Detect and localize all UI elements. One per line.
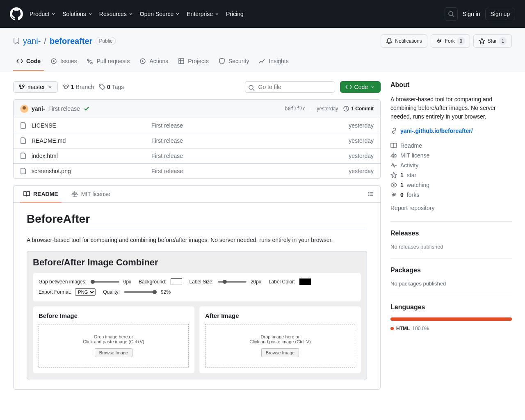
sidebar-forks-link[interactable]: 0 forks [390,190,512,200]
readme-outline-button[interactable] [364,187,377,201]
shot-quality-slider [124,291,157,293]
tab-issues[interactable]: Issues [47,55,80,71]
language-item[interactable]: HTML 100.0% [390,326,512,331]
file-commit-link[interactable]: First release [151,137,183,144]
readme-tab-license[interactable]: MIT license [68,186,114,202]
file-commit-link[interactable]: First release [151,122,183,129]
file-date: yesterday [349,153,374,159]
file-name-link[interactable]: screenshot.png [32,168,71,174]
shot-labelsize-label: Label Size: [189,279,214,285]
about-description: A browser-based tool for comparing and c… [390,95,512,121]
packages-heading[interactable]: Packages [390,267,512,274]
fork-button[interactable]: Fork0 [431,34,470,48]
sidebar-watching-link[interactable]: 1 watching [390,180,512,190]
header-nav-label: Resources [99,11,127,17]
file-icon [20,137,27,144]
sign-up-link[interactable]: Sign up [485,8,515,20]
sidebar-activity-link[interactable]: Activity [390,160,512,170]
sidebar-readme-link[interactable]: Readme [390,141,512,151]
file-commit-link[interactable]: First release [151,168,183,174]
notifications-button[interactable]: Notifications [381,34,427,48]
code-icon [345,84,352,90]
homepage-link[interactable]: yani-.github.io/beforeafter/ [400,128,473,134]
shot-export-label: Export Format: [39,289,71,295]
file-name-link[interactable]: index.html [32,153,58,159]
commits-count-text: 1 Commit [351,106,374,112]
sidebar-forks-text: forks [407,192,419,198]
github-logo[interactable] [10,7,23,21]
star-button[interactable]: Star1 [473,34,512,48]
file-commit-link[interactable]: First release [151,153,183,159]
shot-quality-value: 92% [161,289,171,295]
code-dropdown-button[interactable]: Code [340,81,381,93]
play-icon [139,58,146,64]
file-date: yesterday [349,168,374,174]
commits-count-link[interactable]: 1 Commit [343,105,374,112]
history-icon [343,105,349,112]
sidebar-stars-link[interactable]: 1 star [390,170,512,180]
releases-heading[interactable]: Releases [390,230,512,237]
star-icon [390,172,397,178]
commit-date-link[interactable]: yesterday [317,106,338,112]
law-icon [390,152,397,159]
file-name-link[interactable]: README.md [32,137,66,144]
sidebar-report-link[interactable]: Report repository [390,203,512,213]
header-nav-item[interactable]: Enterprise [187,11,219,17]
chevron-down-icon [175,11,180,16]
tab-issues-label: Issues [60,58,77,64]
chevron-down-icon [128,11,133,16]
tab-actions[interactable]: Actions [136,55,171,71]
author-avatar[interactable] [20,105,28,113]
repo-name-link[interactable]: beforeafter [50,37,92,46]
header-nav-item[interactable]: Product [30,11,56,17]
readme-tab-label: README [33,191,58,197]
commit-sep: · [310,106,312,112]
star-count: 1 [499,37,507,45]
tab-insights[interactable]: Insights [256,55,292,71]
file-row: index.htmlFirst releaseyesterday [14,148,380,163]
commit-hash-link[interactable]: b0f3f7c [285,106,306,112]
branch-icon [18,84,25,90]
readme-heading: BeforeAfter [27,212,367,229]
shot-labelsize-slider [218,281,247,283]
notifications-label: Notifications [395,37,422,45]
tags-label: Tags [112,84,124,90]
branch-icon [63,84,69,90]
shot-drop-line1: Drop image here or [44,334,183,339]
go-to-file-input[interactable] [245,81,335,93]
languages-heading: Languages [390,304,512,311]
sidebar-watch-text: watching [407,182,429,188]
search-icon [248,84,255,91]
header-nav-item[interactable]: Open Source [140,11,180,17]
tags-link[interactable]: 0 Tags [99,84,124,90]
sidebar-license-link[interactable]: MIT license [390,151,512,160]
branch-switcher[interactable]: master [13,81,58,93]
language-pct: 100.0% [412,326,429,331]
commit-message-link[interactable]: First release [48,105,80,112]
languages-bar [390,317,512,321]
commit-author-link[interactable]: yani- [32,105,45,112]
header-nav-item[interactable]: Solutions [62,11,93,17]
readme-description: A browser-based tool for comparing and c… [27,236,367,244]
tab-code[interactable]: Code [13,55,44,71]
packages-empty: No packages published [390,281,512,287]
tab-pulls[interactable]: Pull requests [83,55,133,71]
sidebar-activity-label: Activity [400,162,418,169]
repo-owner-link[interactable]: yani- [23,37,41,46]
branches-link[interactable]: 1 Branch [63,84,94,90]
eye-icon [390,182,397,188]
readme-tab-readme[interactable]: README [20,186,62,202]
path-separator: / [44,37,46,46]
tab-projects[interactable]: Projects [175,55,212,71]
tab-security[interactable]: Security [215,55,253,71]
sidebar-watch-count: 1 [400,182,404,188]
fork-icon [436,38,443,44]
bell-icon [386,38,393,44]
search-button[interactable] [445,7,458,21]
header-nav-item[interactable]: Resources [99,11,133,17]
header-nav-item[interactable]: Pricing [226,11,244,17]
shot-bg-swatch [171,278,182,285]
branches-count: 1 [71,84,74,90]
sign-in-link[interactable]: Sign in [463,11,480,17]
file-name-link[interactable]: LICENSE [32,122,56,129]
